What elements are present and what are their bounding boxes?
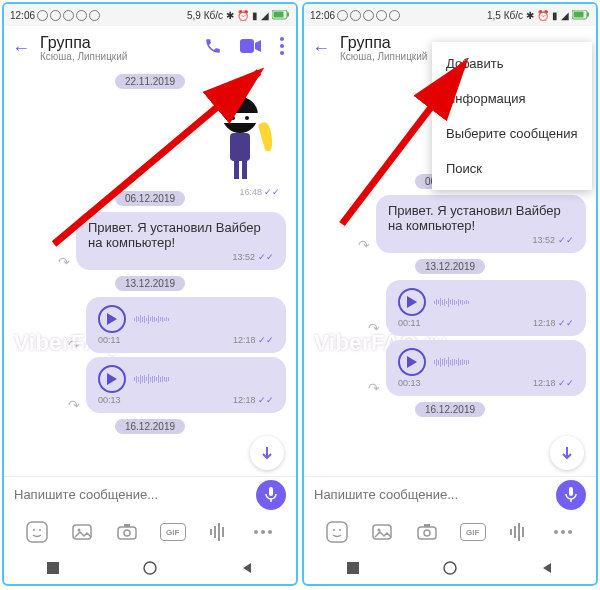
more-button[interactable] [276, 33, 288, 63]
forward-button[interactable]: ↷ [368, 320, 380, 336]
waveform [134, 371, 274, 387]
svg-rect-45 [510, 529, 512, 535]
message-input[interactable] [314, 487, 556, 502]
nav-home[interactable] [143, 561, 157, 575]
gallery-icon[interactable] [369, 519, 395, 545]
waveform [134, 311, 274, 327]
video-call-button[interactable] [236, 34, 266, 62]
forward-button[interactable]: ↷ [68, 337, 80, 353]
message-row: ↷ Привет. Я установил Вайбер на компьюте… [304, 193, 596, 255]
wifi-icon: ◢ [261, 10, 269, 21]
svg-rect-42 [418, 527, 436, 539]
message-row: ↷ 00:1112:18 ✓✓ [304, 278, 596, 338]
wifi-icon: ◢ [561, 10, 569, 21]
voice-message[interactable]: 00:1112:18 ✓✓ [386, 280, 586, 336]
message-bubble[interactable]: Привет. Я установил Вайбер на компьютер!… [76, 212, 286, 270]
voice-message[interactable]: 00:1312:18 ✓✓ [86, 357, 286, 413]
chat-area[interactable]: 22.11.2019 16:48✓✓ 06.12.2019 ↷ Привет. … [4, 70, 296, 476]
phone-right: 12:06 1,5 Кб/с ✱ ⏰ ▮ ◢ ← Группа Ксюша, Л… [302, 2, 598, 586]
back-button[interactable]: ← [12, 38, 30, 59]
menu-search[interactable]: Поиск [432, 151, 592, 186]
back-button[interactable]: ← [312, 38, 330, 59]
sticker-message[interactable]: 16:48✓✓ [200, 95, 280, 185]
sticker-icon[interactable] [24, 519, 50, 545]
attach-bar: GIF [304, 512, 596, 552]
bluetooth-icon: ✱ [226, 10, 234, 21]
signal-icon: ▮ [552, 10, 558, 21]
date-chip: 16.12.2019 [4, 419, 296, 434]
status-icon [50, 10, 61, 21]
voice-message[interactable]: 00:1312:18 ✓✓ [386, 340, 586, 396]
svg-rect-15 [27, 522, 47, 542]
forward-button[interactable]: ↷ [68, 397, 80, 413]
sticker-icon[interactable] [324, 519, 350, 545]
svg-point-29 [268, 530, 272, 534]
forward-button[interactable]: ↷ [368, 380, 380, 396]
status-icon [337, 10, 348, 21]
svg-rect-26 [222, 527, 224, 537]
menu-select[interactable]: Выберите сообщения [432, 116, 592, 151]
forward-button[interactable]: ↷ [358, 237, 370, 253]
svg-point-31 [144, 562, 156, 574]
mic-button[interactable] [556, 480, 586, 510]
input-bar [4, 476, 296, 512]
nav-recent[interactable] [346, 561, 360, 575]
svg-rect-44 [424, 524, 430, 527]
camera-icon[interactable] [414, 519, 440, 545]
svg-point-53 [444, 562, 456, 574]
svg-point-16 [33, 529, 35, 531]
more-icon[interactable] [250, 519, 276, 545]
svg-rect-3 [240, 39, 254, 53]
status-net: 5,9 Кб/с [187, 10, 223, 21]
camera-icon[interactable] [114, 519, 140, 545]
svg-point-6 [280, 51, 284, 55]
audio-icon[interactable] [205, 519, 231, 545]
svg-rect-30 [47, 562, 59, 574]
status-icon [350, 10, 361, 21]
message-text: Привет. Я установил Вайбер на компьютер! [88, 220, 274, 250]
overflow-menu: Добавить Информация Выберите сообщения П… [432, 42, 592, 190]
message-row: ↷ 00:1312:18 ✓✓ [304, 338, 596, 398]
menu-info[interactable]: Информация [432, 81, 592, 116]
status-icon [363, 10, 374, 21]
audio-icon[interactable] [505, 519, 531, 545]
play-button[interactable] [398, 288, 426, 316]
message-text: Привет. Я установил Вайбер на компьютер! [388, 203, 574, 233]
more-icon[interactable] [550, 519, 576, 545]
svg-point-21 [124, 530, 130, 536]
nav-recent[interactable] [46, 561, 60, 575]
scroll-down-button[interactable] [550, 436, 584, 470]
nav-bar [304, 552, 596, 584]
svg-point-38 [333, 529, 335, 531]
gallery-icon[interactable] [69, 519, 95, 545]
menu-add[interactable]: Добавить [432, 46, 592, 81]
svg-rect-36 [569, 487, 573, 496]
nav-home[interactable] [443, 561, 457, 575]
status-icon [37, 10, 48, 21]
play-button[interactable] [98, 365, 126, 393]
date-chip: 13.12.2019 [4, 276, 296, 291]
call-button[interactable] [200, 33, 226, 63]
svg-point-4 [280, 37, 284, 41]
svg-rect-1 [274, 12, 284, 18]
gif-icon[interactable]: GIF [460, 523, 486, 541]
nav-back[interactable] [240, 561, 254, 575]
gif-icon[interactable]: GIF [160, 523, 186, 541]
play-button[interactable] [398, 348, 426, 376]
svg-rect-37 [327, 522, 347, 542]
voice-message[interactable]: 00:1112:18 ✓✓ [86, 297, 286, 353]
svg-rect-14 [269, 487, 273, 496]
play-button[interactable] [98, 305, 126, 333]
chat-title[interactable]: Группа [40, 34, 190, 52]
signal-icon: ▮ [252, 10, 258, 21]
scroll-down-button[interactable] [250, 436, 284, 470]
svg-point-51 [568, 530, 572, 534]
nav-back[interactable] [540, 561, 554, 575]
message-row: ↷ 00:1112:18 ✓✓ [4, 295, 296, 355]
forward-button[interactable]: ↷ [58, 254, 70, 270]
chat-subtitle: Ксюша, Липницкий [40, 51, 190, 62]
mic-button[interactable] [256, 480, 286, 510]
message-bubble[interactable]: Привет. Я установил Вайбер на компьютер!… [376, 195, 586, 253]
status-icon [63, 10, 74, 21]
message-input[interactable] [14, 487, 256, 502]
